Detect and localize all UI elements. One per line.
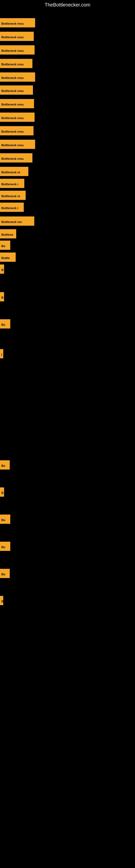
- bar-label-2: Bottleneck resu: [0, 32, 34, 41]
- bar-label-25: B: [0, 488, 4, 497]
- bar-item-15: Bottleneck r: [0, 203, 24, 212]
- bar-label-21: B: [0, 292, 4, 301]
- bar-item-17: Bottlene: [0, 229, 16, 239]
- bar-item-6: Bottleneck resu: [0, 86, 33, 95]
- bar-item-24: Bo: [0, 460, 10, 469]
- bar-item-19: Bottle: [0, 252, 16, 262]
- bar-label-23: |: [0, 349, 3, 358]
- bar-item-3: Bottleneck resu: [0, 45, 35, 55]
- bar-label-5: Bottleneck resu: [0, 72, 35, 82]
- bar-item-13: Bottleneck r: [0, 179, 24, 188]
- bar-label-14: Bottleneck re: [0, 191, 26, 200]
- bar-item-20: B: [0, 265, 4, 274]
- bar-item-21: B: [0, 292, 4, 301]
- bar-item-2: Bottleneck resu: [0, 32, 34, 41]
- bar-item-25: B: [0, 488, 4, 497]
- bar-item-16: Bottleneck res: [0, 216, 34, 226]
- site-title: TheBottlenecker.com: [0, 0, 135, 10]
- bar-item-10: Bottleneck resu: [0, 140, 35, 149]
- bar-label-28: Bo: [0, 569, 10, 578]
- bar-label-12: Bottleneck re: [0, 167, 28, 176]
- bar-item-11: Bottleneck resu: [0, 153, 32, 162]
- bar-item-1: Bottleneck resu: [0, 18, 35, 27]
- bar-label-16: Bottleneck res: [0, 216, 34, 226]
- bar-label-18: Bo: [0, 241, 10, 250]
- bar-label-8: Bottleneck resu: [0, 113, 35, 122]
- bar-label-29: B: [0, 596, 3, 605]
- bar-label-13: Bottleneck r: [0, 179, 24, 188]
- bar-label-4: Bottleneck resu: [0, 59, 32, 68]
- bar-label-6: Bottleneck resu: [0, 86, 33, 95]
- bar-item-14: Bottleneck re: [0, 191, 26, 200]
- bar-label-27: Bo: [0, 542, 10, 551]
- bar-item-12: Bottleneck re: [0, 167, 28, 176]
- bar-item-9: Bottleneck resu: [0, 126, 34, 135]
- bar-label-3: Bottleneck resu: [0, 45, 35, 55]
- bar-label-10: Bottleneck resu: [0, 140, 35, 149]
- bar-item-7: Bottleneck resu: [0, 99, 34, 108]
- bar-label-11: Bottleneck resu: [0, 153, 32, 162]
- bar-item-29: B: [0, 596, 3, 605]
- bar-label-17: Bottlene: [0, 229, 16, 239]
- bar-item-18: Bo: [0, 241, 10, 250]
- bar-label-9: Bottleneck resu: [0, 126, 34, 135]
- bar-label-7: Bottleneck resu: [0, 99, 34, 108]
- bar-label-19: Bottle: [0, 252, 16, 262]
- bar-label-22: Bo: [0, 319, 10, 329]
- bar-item-23: |: [0, 349, 3, 358]
- bar-item-8: Bottleneck resu: [0, 113, 35, 122]
- bar-label-15: Bottleneck r: [0, 203, 24, 212]
- bar-item-5: Bottleneck resu: [0, 72, 35, 82]
- bar-label-24: Bo: [0, 460, 10, 469]
- bar-label-20: B: [0, 265, 4, 274]
- bar-item-4: Bottleneck resu: [0, 59, 32, 68]
- bar-item-26: Bo: [0, 515, 10, 524]
- bar-item-28: Bo: [0, 569, 10, 578]
- bar-label-26: Bo: [0, 515, 10, 524]
- bar-item-22: Bo: [0, 319, 10, 329]
- bar-label-1: Bottleneck resu: [0, 18, 35, 27]
- bar-item-27: Bo: [0, 542, 10, 551]
